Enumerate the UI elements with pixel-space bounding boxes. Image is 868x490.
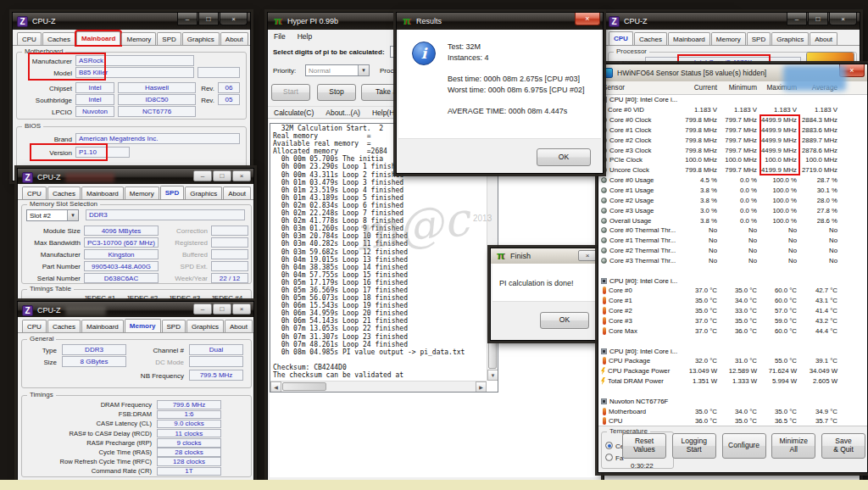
hwinfo-minimize-button[interactable]: Minimize All [771, 433, 815, 459]
priority-select[interactable]: Normal [305, 64, 370, 76]
tab-mainboard[interactable]: Mainboard [81, 187, 124, 199]
close-button[interactable] [232, 170, 251, 181]
sensor-row[interactable]: Core #2 Thermal Thr...NoNoNoNo [598, 246, 867, 256]
cpuz-titlebar[interactable]: CPU-Z [13, 13, 250, 30]
tab-spd[interactable]: SPD [162, 320, 186, 332]
tab-cpu[interactable]: CPU [17, 32, 42, 45]
tab-caches[interactable]: Caches [47, 320, 81, 332]
minimize-button[interactable] [193, 170, 212, 181]
tab-graphics[interactable]: Graphics [185, 187, 222, 199]
tab-caches[interactable]: Caches [42, 32, 75, 45]
sensor-row[interactable]: Core #0 Clock799.8 MHz799.7 MHz4499.9 MH… [598, 115, 867, 125]
sensor-section-row[interactable]: Nuvoton NCT6776F [598, 396, 867, 406]
cpuz-titlebar[interactable]: CPU-Z [18, 169, 253, 186]
maximize-button[interactable] [213, 303, 231, 315]
sensor-section-row[interactable]: CPU [#0]: Intel Core i... [598, 276, 867, 286]
scroll-thumb[interactable] [282, 382, 326, 391]
sensor-row[interactable]: Core #2 Clock799.8 MHz799.7 MHz4499.9 MH… [598, 135, 867, 145]
log-horizontal-scrollbar[interactable]: ◀ ▶ [270, 381, 487, 392]
tab-spd[interactable]: SPD [160, 186, 184, 199]
sensor-row[interactable]: Core #0 Thermal Thr...NoNoNoNo [598, 226, 867, 236]
tab-memory[interactable]: Memory [125, 319, 161, 332]
start-button[interactable]: Start [271, 84, 310, 101]
sensor-row[interactable]: CPU Package32.0 °C31.0 °C55.0 °C39.1 °C [598, 356, 867, 366]
tab-spd[interactable]: SPD [157, 32, 181, 45]
sensor-row[interactable]: Core #1 Thermal Thr...NoNoNoNo [598, 236, 867, 246]
cpuz-titlebar[interactable]: CPU-Z [604, 13, 860, 30]
stop-button[interactable]: Stop [317, 84, 356, 101]
tab-mainboard[interactable]: Mainboard [76, 31, 120, 45]
menu-abouta[interactable]: About...(A) [320, 108, 366, 118]
menu-file[interactable]: File [268, 31, 292, 42]
scroll-down-icon[interactable]: ▼ [487, 370, 498, 381]
tab-cpu[interactable]: CPU [22, 187, 47, 199]
sensor-row[interactable]: Motherboard35.0 °C34.0 °C35.0 °C34.9 °C [598, 406, 867, 416]
hwinfo-reset-button[interactable]: Reset Values [622, 433, 666, 459]
fahrenheit-radio[interactable] [605, 454, 613, 461]
sensor-row[interactable]: Core #0 VID1.183 V1.183 V1.183 V1.183 V [598, 105, 867, 115]
minimize-button[interactable] [177, 13, 198, 25]
sensor-row[interactable]: Core #3 Thermal Thr...NoNoNoNo [598, 256, 867, 266]
hwinfo-logging-button[interactable]: Logging Start [672, 433, 716, 459]
sensor-row[interactable]: Core #3 Usage3.0 %0.0 %100.0 %27.8 % [598, 205, 867, 215]
sensor-row[interactable]: Core #1 Usage3.8 %0.0 %100.0 %30.1 % [598, 186, 867, 196]
tab-spd[interactable]: SPD [747, 32, 771, 45]
menu-calculatec[interactable]: Calculate(C) [268, 108, 320, 118]
tab-about[interactable]: About [223, 187, 251, 199]
hwinfo-save-button[interactable]: Save & Quit [821, 433, 865, 459]
maximize-button[interactable] [198, 13, 219, 25]
tab-graphics[interactable]: Graphics [771, 32, 809, 45]
sensor-row[interactable]: Core #135.0 °C34.0 °C60.0 °C43.1 °C [598, 296, 867, 306]
close-button[interactable] [829, 13, 857, 25]
ok-button[interactable]: OK [537, 148, 591, 166]
tab-mainboard[interactable]: Mainboard [81, 320, 124, 332]
column-sensor[interactable]: Sensor [598, 84, 680, 92]
close-button[interactable] [578, 250, 597, 261]
tab-about[interactable]: About [220, 32, 248, 45]
sensor-section-row[interactable]: CPU [#0]: Intel Core i... [598, 95, 867, 105]
tab-about[interactable]: About [225, 320, 253, 332]
sensor-row[interactable]: Overall Usage3.8 %0.0 %100.0 %28.6 % [598, 215, 867, 226]
sensor-row[interactable]: Core Max37.0 °C36.0 °C60.0 °C44.4 °C [598, 326, 867, 336]
sensor-row[interactable]: Core #037.0 °C35.0 °C60.0 °C42.7 °C [598, 286, 867, 296]
tab-graphics[interactable]: Graphics [182, 32, 220, 45]
sensor-row[interactable]: Core #235.0 °C33.0 °C57.0 °C41.4 °C [598, 306, 867, 316]
minimize-button[interactable] [787, 13, 807, 25]
menu-help[interactable]: Help [292, 31, 318, 42]
sensor-row[interactable]: Core #3 Clock799.8 MHz799.7 MHz4499.9 MH… [598, 145, 867, 155]
tab-memory[interactable]: Memory [121, 32, 156, 45]
hwinfo-configure-button[interactable]: Configure [722, 433, 766, 459]
sensor-row[interactable]: Uncore Clock799.8 MHz799.7 MHz4199.9 MHz… [598, 165, 867, 175]
scroll-left-icon[interactable]: ◀ [270, 381, 281, 393]
tab-memory[interactable]: Memory [711, 32, 746, 45]
sensor-row[interactable]: Core #0 Usage4.5 %0.0 %100.0 %28.7 % [598, 175, 867, 186]
slot-select[interactable]: Slot #2 [26, 209, 79, 221]
close-button[interactable] [232, 303, 251, 315]
cpuz-titlebar[interactable]: CPU-Z [18, 302, 253, 319]
close-button[interactable] [575, 13, 600, 25]
tab-caches[interactable]: Caches [634, 32, 667, 45]
tab-cpu[interactable]: CPU [609, 31, 633, 45]
tab-mainboard[interactable]: Mainboard [668, 32, 710, 45]
sensor-section-row[interactable]: CPU [#0]: Intel Core i... [598, 346, 867, 356]
tab-caches[interactable]: Caches [47, 187, 81, 199]
tab-about[interactable]: About [810, 32, 837, 45]
sensor-row[interactable]: Core #1 Clock799.8 MHz799.7 MHz4499.9 MH… [598, 125, 867, 136]
close-button[interactable] [220, 13, 248, 25]
sensor-row[interactable]: PCIe Clock100.0 MHz100.0 MHz100.0 MHz100… [598, 155, 867, 165]
results-titlebar[interactable]: Results [397, 13, 603, 30]
tab-cpu[interactable]: CPU [22, 320, 47, 332]
sensor-row[interactable]: Total DRAM Power1.351 W1.333 W5.994 W2.6… [598, 376, 867, 387]
sensor-row[interactable]: CPU Package Power13.049 W12.589 W71.624 … [598, 366, 867, 376]
tab-memory[interactable]: Memory [125, 187, 159, 199]
tab-graphics[interactable]: Graphics [186, 320, 224, 332]
ok-button[interactable]: OK [540, 312, 589, 329]
column-current[interactable]: Current [680, 84, 720, 92]
scroll-right-icon[interactable]: ▶ [476, 381, 487, 393]
finish-titlebar[interactable]: Finish [491, 248, 599, 264]
minimize-button[interactable] [193, 303, 212, 315]
sensor-row[interactable]: Core #337.0 °C35.0 °C59.0 °C43.2 °C [598, 316, 867, 326]
sensor-row[interactable]: Core #2 Usage3.8 %0.0 %100.0 %28.0 % [598, 195, 867, 205]
column-minimum[interactable]: Minimum [720, 84, 760, 92]
maximize-button[interactable] [808, 13, 828, 25]
